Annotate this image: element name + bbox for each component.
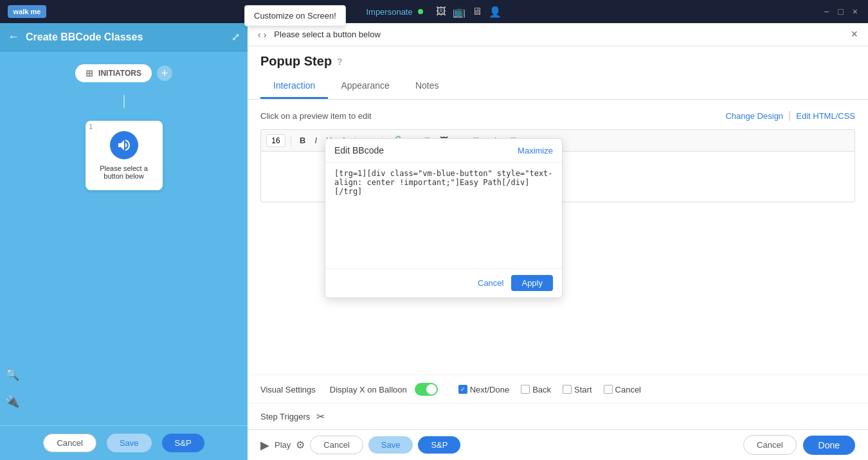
sidebar-save-button[interactable]: Save — [107, 434, 152, 452]
walkme-logo: walk me — [8, 5, 46, 18]
nav-bar: ‹ › Please select a button below × — [248, 23, 868, 46]
customize-tooltip: Customize on Screen! — [244, 5, 346, 26]
sidebar-header: ← Create BBCode Classes ⤢ — [0, 23, 248, 51]
bottom-snp-button[interactable]: S&P — [418, 436, 460, 454]
bottom-cancel-button[interactable]: Cancel — [310, 436, 363, 454]
snp-button[interactable]: S&P — [162, 434, 204, 452]
bbcode-header: Edit BBcode Maximize — [325, 139, 562, 163]
font-size-input[interactable] — [266, 134, 285, 147]
bbcode-apply-button[interactable]: Apply — [511, 275, 553, 291]
initiators-box[interactable]: ⊞ INITIATORS — [75, 64, 152, 82]
action-separator: | — [788, 110, 791, 121]
content-area: Click on a preview item to edit Change D… — [248, 100, 868, 375]
play-label: Play — [275, 440, 291, 450]
done-button[interactable]: Done — [803, 436, 855, 455]
top-bar-center: Impersonate 🖼 📺 🖥 👤 — [366, 6, 501, 18]
bbcode-popup: Edit BBcode Maximize [trg=1][div class="… — [325, 138, 563, 298]
preview-hint: Click on a preview item to edit — [260, 111, 372, 121]
top-bar-icons: 🖼 📺 🖥 👤 — [436, 6, 502, 18]
monitor-icon[interactable]: 🖥 — [472, 6, 482, 17]
impersonate-bar: Impersonate — [366, 7, 422, 17]
step-icon-circle — [110, 131, 138, 159]
customize-tooltip-text: Customize on Screen! — [254, 11, 336, 21]
bbcode-cancel-button[interactable]: Cancel — [478, 275, 503, 291]
back-checkbox-item: Back — [521, 385, 551, 394]
display-x-toggle[interactable] — [415, 383, 438, 396]
tab-notes[interactable]: Notes — [402, 74, 452, 99]
minimize-button[interactable]: − — [821, 6, 831, 17]
sidebar-cancel-button[interactable]: Cancel — [43, 434, 96, 452]
sidebar-content: ⊞ INITIATORS + 1 Please select a button … — [0, 51, 248, 425]
back-checkbox[interactable] — [521, 385, 530, 394]
megaphone-icon — [116, 137, 132, 153]
initiators-label: INITIATORS — [98, 69, 141, 78]
modal-cancel-button[interactable]: Cancel — [743, 435, 796, 455]
maximize-button[interactable]: Maximize — [518, 146, 553, 155]
sidebar-bottom-bar: Cancel Save S&P — [0, 425, 248, 460]
cancel-label: Cancel — [615, 385, 641, 394]
initiators-icon: ⊞ — [86, 68, 93, 78]
help-icon[interactable]: ? — [337, 57, 343, 67]
display-x-label: Display X on Balloon — [330, 385, 407, 394]
settings-button[interactable]: ⚙ — [296, 439, 305, 451]
sidebar-title: Create BBCode Classes — [26, 31, 143, 43]
bottom-bar: ▶ Play ⚙ Cancel Save S&P Cancel Done — [248, 429, 868, 460]
cancel-checkbox[interactable] — [604, 385, 613, 394]
restore-button[interactable]: □ — [835, 6, 845, 17]
cancel-checkbox-item: Cancel — [604, 385, 641, 394]
modal-title-text: Popup Step — [260, 54, 332, 69]
italic-button[interactable]: I — [311, 134, 320, 147]
close-button[interactable]: × — [850, 6, 860, 17]
next-done-checkbox-item: ✓ Next/Done — [458, 385, 509, 394]
search-button[interactable]: 🔍 — [5, 367, 19, 382]
image-icon[interactable]: 🖼 — [436, 6, 446, 17]
tabs: Interaction Appearance Notes — [260, 74, 855, 99]
app-logo: walk me — [8, 5, 46, 18]
window-controls: − □ × — [821, 6, 860, 17]
bottom-right: Cancel Done — [743, 435, 855, 455]
impersonate-link[interactable]: Impersonate — [366, 7, 412, 17]
left-sidebar: ← Create BBCode Classes ⤢ ⊞ INITIATORS +… — [0, 23, 248, 460]
step-connector — [123, 95, 125, 108]
next-done-label: Next/Done — [470, 385, 509, 394]
right-panel: ‹ › Please select a button below × Popup… — [248, 23, 868, 460]
back-button[interactable]: ← — [8, 30, 19, 44]
edit-html-button[interactable]: Edit HTML/CSS — [796, 111, 855, 121]
content-top-row: Click on a preview item to edit Change D… — [260, 110, 855, 121]
top-right-actions: Change Design | Edit HTML/CSS — [725, 110, 855, 121]
start-label: Start — [574, 385, 592, 394]
popup-step-title: Popup Step ? — [260, 54, 855, 74]
step-card[interactable]: 1 Please select a button below — [86, 121, 163, 190]
change-design-button[interactable]: Change Design — [725, 111, 783, 121]
checkbox-group: ✓ Next/Done Back Start Cancel — [458, 385, 641, 394]
play-button[interactable]: ▶ — [260, 438, 269, 452]
prev-arrow[interactable]: ‹ — [258, 30, 261, 40]
modal-close-button[interactable]: × — [851, 28, 858, 41]
start-checkbox[interactable] — [563, 385, 572, 394]
modal-content: Popup Step ? Interaction Appearance Note… — [248, 46, 868, 460]
initiators-row: ⊞ INITIATORS + — [75, 64, 172, 82]
status-dot — [418, 9, 423, 14]
add-initiator-button[interactable]: + — [157, 66, 172, 81]
step-label: Please select a button below — [93, 164, 155, 180]
bbcode-title: Edit BBcode — [334, 145, 384, 155]
step-triggers-icon[interactable]: ✂ — [316, 411, 325, 423]
tab-appearance[interactable]: Appearance — [328, 74, 402, 99]
next-done-checkbox[interactable]: ✓ — [458, 385, 467, 394]
bbcode-textarea[interactable]: [trg=1][div class="vm-blue-button" style… — [325, 163, 562, 265]
plugin-button[interactable]: 🔌 — [5, 394, 19, 409]
toolbar-sep-1 — [291, 136, 291, 146]
left-icon-strip: 🔍 🔌 — [5, 367, 19, 409]
screen-icon[interactable]: 📺 — [453, 6, 466, 18]
bottom-save-button[interactable]: Save — [368, 436, 413, 454]
bottom-left: ▶ Play ⚙ Cancel Save S&P — [260, 436, 460, 454]
step-triggers-row: Step Triggers ✂ — [248, 403, 868, 429]
expand-button[interactable]: ⤢ — [231, 31, 240, 43]
top-bar: walk me Impersonate 🖼 📺 🖥 👤 − □ × — [0, 0, 868, 23]
user-icon[interactable]: 👤 — [489, 6, 502, 18]
bold-button[interactable]: B — [296, 134, 309, 147]
next-arrow[interactable]: › — [264, 30, 267, 40]
back-label: Back — [532, 385, 551, 394]
tab-interaction[interactable]: Interaction — [260, 74, 328, 99]
visual-settings-row: Visual Settings Display X on Balloon ✓ N… — [248, 375, 868, 403]
